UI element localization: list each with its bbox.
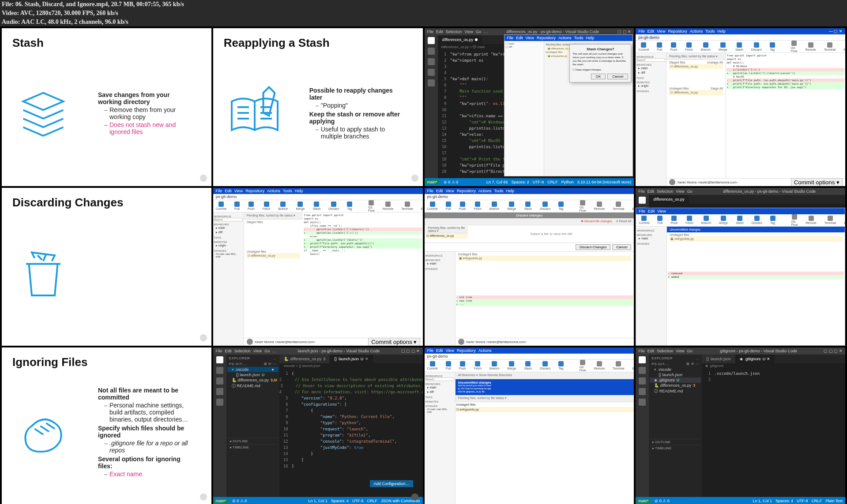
file-row[interactable]: ☑ differences_os.py — [247, 253, 301, 258]
activity-bar[interactable] — [425, 35, 438, 178]
toolbar-pull[interactable]: Pull — [234, 202, 240, 210]
toolbar-merge[interactable]: Merge — [507, 202, 516, 210]
toolbar-explorer[interactable]: Explorer — [632, 361, 634, 370]
branch-item[interactable]: ▸ diff — [214, 230, 243, 235]
extensions-icon[interactable] — [428, 79, 435, 86]
toolbar-branch[interactable]: Branch — [701, 42, 711, 51]
toolbar-fetch[interactable]: Fetch — [474, 361, 482, 370]
toolbar-tag[interactable]: Tag — [558, 202, 564, 210]
git-toolbar[interactable]: CommitPullPushFetchBranchMergeStashDisca… — [213, 200, 423, 213]
branch-item[interactable]: ▸ main — [636, 66, 665, 71]
outline-section[interactable]: ▸ OUTLINE — [227, 438, 279, 444]
toolbar-push[interactable]: Push — [670, 42, 677, 51]
file-differences-os[interactable]: 🐍 differences_os.py3,M — [227, 377, 279, 383]
toolbar-git-flow[interactable]: Git-Flow — [368, 200, 375, 212]
reset-all-link[interactable]: ↺ Reset All — [616, 220, 632, 223]
toolbar-remote[interactable]: Remote — [383, 202, 394, 210]
search-icon[interactable] — [428, 48, 435, 55]
toolbar-remote[interactable]: Remote — [594, 202, 605, 210]
tab-launch-json[interactable]: {} launch.json — [702, 355, 735, 363]
toolbar-merge[interactable]: Merge — [719, 216, 728, 224]
cancel-button[interactable]: Cancel — [607, 74, 628, 79]
scm-icon[interactable] — [428, 58, 435, 65]
toolbar-push[interactable]: Push — [670, 216, 678, 224]
ok-button[interactable]: OK — [591, 74, 606, 79]
git-menubar[interactable]: FileEditViewRepositoryActionsToolsHelp — [507, 36, 594, 40]
remote-item[interactable]: ▸ origin — [636, 84, 665, 88]
file-differences-os[interactable]: 🐍 differences_os.py3 — [650, 383, 701, 388]
scm-icon[interactable] — [216, 377, 223, 385]
toolbar-terminal[interactable]: Terminal — [613, 361, 624, 370]
toolbar-terminal[interactable]: Terminal — [613, 202, 624, 210]
branch-item[interactable]: ▸ main — [214, 226, 243, 230]
toolbar-pull[interactable]: Pull — [446, 202, 451, 210]
git-side-item[interactable]: ▢ diff — [505, 45, 543, 48]
toolbar-stash[interactable]: Stash — [736, 216, 744, 224]
git-sidebar[interactable]: WORKSPACE BRANCHES ▸ main ▸ diff TAGS RE… — [213, 213, 244, 346]
status-problems[interactable]: ⊘ 0 ⚠ 0 — [444, 180, 459, 184]
activity-bar[interactable] — [636, 355, 649, 497]
folder-vscode[interactable]: .vscode — [650, 367, 701, 372]
git-sidebar[interactable]: WORKSPACE BRANCHES ▸ main ▸ diff TAGS RE… — [636, 53, 666, 186]
toolbar-discard[interactable]: Discard — [540, 361, 550, 370]
toolbar-commit[interactable]: Commit — [638, 42, 649, 51]
window-controls[interactable]: ▢ ▢ ▢ ✕ — [401, 349, 420, 353]
git-menubar[interactable]: FileEditViewRepositoryActions — [427, 348, 492, 353]
toolbar-explorer[interactable]: Explorer — [844, 216, 845, 224]
git-toolbar[interactable]: CommitPullPushFetchBranchMergeStashDisca… — [636, 41, 845, 53]
tab-gitignore[interactable]: ◈ .gitignore U ✕ — [735, 355, 775, 363]
files-icon[interactable] — [216, 356, 223, 363]
status-branch[interactable]: main* — [425, 180, 440, 184]
toolbar-branch[interactable]: Branch — [489, 202, 499, 210]
file-launch-json[interactable]: {} launch.jsonU — [227, 372, 279, 377]
toolbar-remote[interactable]: Remote — [806, 216, 817, 224]
menubar[interactable]: FileEditSelectionViewGo — [638, 349, 692, 353]
toolbar-tag[interactable]: Tag — [347, 202, 352, 210]
file-row[interactable]: ☑ differences_os.py — [425, 233, 468, 239]
dialog-checkbox[interactable]: ☐ Keep staged changes — [572, 68, 628, 71]
git-repo-tab[interactable]: ps-git-demo — [427, 194, 448, 199]
debug-icon[interactable] — [428, 69, 435, 76]
toolbar-tag[interactable]: Tag — [770, 42, 775, 51]
toolbar-merge[interactable]: Merge — [507, 361, 516, 370]
toolbar-pull[interactable]: Pull — [657, 216, 663, 224]
tab-differences-os[interactable]: differences_os.py — [438, 35, 482, 44]
add-configuration-button[interactable]: Add Configuration… — [370, 480, 413, 487]
code-editor[interactable]: 1.vscode/launch.json2 — [702, 370, 845, 497]
file-readme[interactable]: ⓘ README.md — [227, 383, 279, 389]
toolbar-explorer[interactable]: Explorer — [843, 42, 845, 51]
toolbar-fetch[interactable]: Fetch — [685, 42, 693, 51]
toolbar-git-flow[interactable]: Git-Flow — [791, 41, 798, 52]
code-editor[interactable]: 1{2 // Use IntelliSense to learn about p… — [279, 370, 423, 497]
file-launch-json[interactable]: {} launch.json — [650, 372, 701, 377]
git-menubar[interactable]: FileEditViewRepositoryActionsToolsHelp — [638, 29, 725, 34]
toolbar-branch[interactable]: Branch — [489, 361, 499, 370]
file-row[interactable]: ☑ differences_os.py — [669, 90, 723, 95]
git-toolbar[interactable]: CommitPullPushFetchBranchMergeStashDisca… — [425, 200, 634, 213]
file-row[interactable]: ☑ differences_os.py — [669, 64, 723, 69]
git-repo-tab[interactable]: ps-git-demo — [216, 194, 237, 199]
menubar[interactable]: FileEditSelectionViewGo… — [216, 349, 276, 353]
search-input[interactable] — [636, 58, 665, 62]
toolbar-stash[interactable]: Stash — [524, 361, 532, 370]
commit-options-button[interactable]: Commit options ▾ — [368, 338, 420, 346]
git-sidebar[interactable]: WORKSPACE BRANCHES ▸ main STASHES — [425, 252, 455, 346]
window-controls[interactable]: ▢ ▢ ✕ — [617, 30, 631, 34]
debug-icon[interactable] — [216, 388, 223, 395]
explorer-sidebar[interactable]: EXPLORER… PS-GIT-…⊞ ⟳ ⋯ .vscode ● {} lau… — [226, 355, 279, 497]
timeline-section[interactable]: ▸ TIMELINE — [227, 444, 279, 450]
tab-differences-os[interactable]: 🐍 differences_os.py 3 — [279, 355, 330, 363]
branch-item[interactable]: ▸ diff — [636, 71, 665, 75]
toolbar-tag[interactable]: Tag — [770, 216, 775, 224]
toolbar-push[interactable]: Push — [459, 361, 466, 370]
toolbar-fetch[interactable]: Fetch — [263, 202, 271, 210]
toolbar-git-flow[interactable]: Git-Flow — [580, 360, 586, 372]
toolbar-git-flow[interactable]: Git-Flow — [580, 200, 586, 212]
toolbar-fetch[interactable]: Fetch — [685, 216, 693, 224]
status-bar[interactable]: main*⊘ 0 ⚠ 0 Ln 7, Col 65Spaces: 2UTF-8C… — [425, 178, 634, 186]
cancel-button[interactable]: Cancel — [612, 244, 631, 250]
toolbar-explorer[interactable]: Explorer — [632, 202, 634, 210]
toolbar-pull[interactable]: Pull — [657, 42, 662, 51]
search-input[interactable] — [214, 218, 243, 221]
toolbar-merge[interactable]: Merge — [296, 202, 305, 210]
